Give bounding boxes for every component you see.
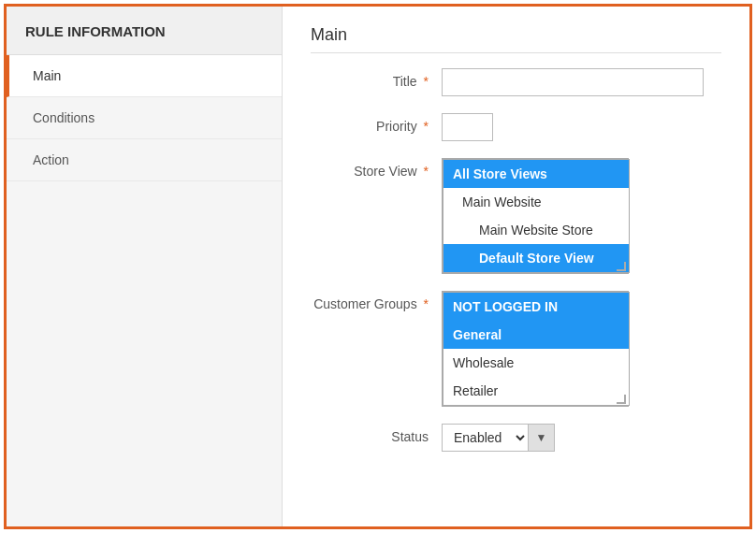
status-select-wrap: Enabled Disabled ▼: [442, 424, 721, 452]
store-view-label: Store View *: [311, 158, 442, 179]
status-row: Status Enabled Disabled ▼: [311, 424, 721, 452]
sidebar-item-conditions[interactable]: Conditions: [7, 97, 282, 139]
sidebar-title: RULE INFORMATION: [7, 7, 282, 55]
store-view-option-mainwebsitestore[interactable]: Main Website Store: [443, 216, 629, 244]
store-view-option-all[interactable]: All Store Views: [443, 160, 629, 188]
status-dropdown-btn[interactable]: ▼: [529, 424, 555, 452]
store-view-required: *: [424, 164, 429, 179]
customer-group-option-general[interactable]: General: [443, 321, 629, 349]
section-title: Main: [311, 25, 721, 53]
sidebar-item-main[interactable]: Main: [7, 55, 282, 97]
store-view-list: All Store Views Main Website Main Websit…: [443, 159, 630, 273]
store-view-option-defaultstore[interactable]: Default Store View: [443, 244, 629, 272]
priority-row: Priority *: [311, 113, 721, 141]
title-required: *: [424, 74, 429, 89]
customer-groups-label: Customer Groups *: [311, 291, 442, 311]
title-input[interactable]: [442, 68, 704, 96]
title-row: Title *: [311, 68, 721, 96]
store-view-listbox[interactable]: All Store Views Main Website Main Websit…: [442, 158, 629, 274]
dropdown-arrow-icon: ▼: [536, 431, 547, 444]
customer-groups-row: Customer Groups * NOT LOGGED IN General …: [311, 291, 721, 407]
customer-groups-listbox[interactable]: NOT LOGGED IN General Wholesale Retailer: [442, 291, 629, 407]
sidebar: RULE INFORMATION Main Conditions Action: [7, 7, 283, 526]
priority-required: *: [424, 119, 429, 134]
customer-group-list: NOT LOGGED IN General Wholesale Retailer: [443, 292, 630, 406]
status-select[interactable]: Enabled Disabled: [442, 424, 529, 452]
store-view-list-wrap: All Store Views Main Website Main Websit…: [442, 158, 721, 274]
customer-groups-list-wrap: NOT LOGGED IN General Wholesale Retailer: [442, 291, 721, 407]
priority-label: Priority *: [311, 113, 442, 134]
store-view-row: Store View * All Store Views Main Websit…: [311, 158, 721, 274]
customer-group-option-retailer[interactable]: Retailer: [443, 377, 629, 405]
priority-input[interactable]: [442, 113, 493, 141]
status-control-wrap: Enabled Disabled ▼: [442, 424, 721, 452]
title-label: Title *: [311, 68, 442, 89]
title-input-wrap: [442, 68, 721, 96]
priority-input-wrap: [442, 113, 721, 141]
customer-group-option-wholesale[interactable]: Wholesale: [443, 349, 629, 377]
customer-group-option-notloggedin[interactable]: NOT LOGGED IN: [443, 293, 629, 321]
sidebar-item-action[interactable]: Action: [7, 139, 282, 181]
page-container: RULE INFORMATION Main Conditions Action …: [4, 4, 752, 529]
main-content: Main Title * Priority * Store View: [283, 7, 749, 526]
customer-groups-required: *: [424, 296, 429, 311]
status-label: Status: [311, 424, 442, 444]
store-view-option-mainwebsite[interactable]: Main Website: [443, 188, 629, 216]
